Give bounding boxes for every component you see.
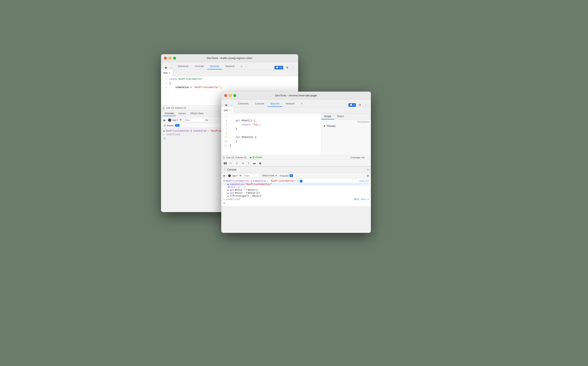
tab-network-1[interactable]: Network: [222, 64, 237, 69]
console-tab-console-1[interactable]: Console: [163, 111, 176, 116]
code-line-4: 4: [221, 114, 321, 119]
console-panel-header-2: ⋮ Console ✕: [221, 167, 371, 173]
close-button-2[interactable]: [224, 94, 227, 97]
code-line-7: 7 }: [221, 127, 321, 131]
stop-btn[interactable]: ◉: [258, 161, 262, 165]
undefined-vm-row: ← undefined VM52 test:1: [223, 197, 369, 201]
step-out-btn[interactable]: ⇧: [246, 161, 251, 165]
filter-input-2[interactable]: [243, 174, 260, 178]
eye-icon-2[interactable]: 👁: [239, 174, 242, 177]
close-file-tab-2[interactable]: ✕: [229, 109, 231, 111]
tab-more-1[interactable]: »: [238, 64, 245, 69]
code-line-10: 10 }: [221, 139, 321, 144]
filter-input-1[interactable]: [183, 118, 204, 122]
vm-link[interactable]: VM52 test:1: [354, 198, 369, 201]
titlebar-1: DevTools - drafts.csswg.org/css-color/: [161, 54, 298, 62]
messages-badge-1: 💬 21: [275, 66, 283, 69]
expand-set-icon[interactable]: ▶: [228, 192, 229, 194]
maximize-button-2[interactable]: [233, 94, 236, 97]
not-paused-label: Not paused: [321, 120, 371, 124]
file-tabs-row-1: test ✕: [161, 69, 298, 76]
step-into-btn[interactable]: ⇥: [240, 161, 245, 165]
close-console-btn-2[interactable]: ✕: [367, 168, 369, 171]
scope-tab[interactable]: Scope: [321, 114, 334, 119]
context-selector-2[interactable]: top ▼: [232, 175, 238, 177]
deactivate-btn[interactable]: ▬: [252, 161, 257, 165]
tab-sources-2[interactable]: Sources: [267, 101, 282, 107]
tab-elements-2[interactable]: Elements: [235, 101, 252, 107]
expand-get-icon[interactable]: ▶: [228, 189, 229, 191]
pause-btn[interactable]: ▮▮: [223, 161, 228, 165]
more-icon-2[interactable]: ⋮: [364, 103, 367, 107]
default-levels-btn[interactable]: Default levels ▼: [261, 174, 278, 177]
issues-badge-area-2: 4 Issues: 4: [280, 174, 293, 177]
inspect-icon-2[interactable]: ▶: [225, 103, 228, 107]
step-over-btn[interactable]: ⇣: [235, 161, 239, 165]
console-tab-issues-1[interactable]: Issues: [176, 111, 188, 116]
devtools-tabbar-1: ▶ ◽ Elements Console Sources Network » 💬…: [161, 62, 298, 69]
cursor-arrow-icon: ▶: [228, 183, 229, 186]
context-selector-1[interactable]: top ▼: [173, 119, 178, 121]
info-icon-2[interactable]: i: [300, 180, 303, 183]
play-icon-2[interactable]: ▶: [222, 174, 226, 178]
console-obj-expanded: ▼ HasPrivateGetter { someValue : 'HasPri…: [223, 179, 369, 183]
file-tab-1[interactable]: test ✕: [161, 69, 173, 76]
expand-icon-1[interactable]: ▶: [163, 130, 165, 132]
devtools-tabbar-2: ▶ ◽ Elements Console Sources Network » 💬…: [221, 99, 371, 107]
tab-more-2[interactable]: »: [298, 101, 305, 107]
debug-toolbar-2: ▮▮ ⤺ ⇣ ⇥ ⇧ ▬ ◉: [221, 160, 371, 166]
tab-network-2[interactable]: Network: [283, 101, 298, 107]
settings-icon-2[interactable]: ⚙: [358, 103, 362, 107]
get-test-line: ▶ get #test : f #test(): [223, 189, 369, 191]
prompt-line-2[interactable]: >: [223, 201, 369, 205]
minimize-button-2[interactable]: [229, 94, 232, 97]
toolbar-left-2: ▶ ◽: [223, 103, 235, 107]
tab-console-1[interactable]: Console: [192, 64, 207, 69]
issues-msg-badge-2: 4: [290, 174, 293, 177]
tab-elements-1[interactable]: Elements: [175, 64, 191, 69]
code-line-8: 8: [221, 131, 321, 135]
maximize-button-1[interactable]: [173, 57, 176, 60]
settings-icon-1[interactable]: ⚙: [285, 66, 289, 69]
traffic-lights-2: [224, 94, 236, 97]
threads-header: ▼ Threads: [321, 124, 371, 128]
run-area-2[interactable]: ▶ ⌘+Enter: [250, 156, 262, 159]
traffic-lights-1: [164, 57, 176, 60]
minimize-button-1[interactable]: [168, 57, 171, 60]
console-settings-icon-2[interactable]: ⚙: [366, 174, 370, 178]
panel-tabs-2: Scope Watch: [321, 114, 371, 120]
device-icon-1[interactable]: ◽: [169, 66, 173, 69]
play-icon-1[interactable]: ▶: [163, 118, 167, 122]
watch-tab[interactable]: Watch: [334, 114, 347, 119]
window-title-1: DevTools - drafts.csswg.org/css-color/: [207, 56, 252, 60]
curly-braces-icon-2: {}: [223, 156, 225, 159]
three-dots-icon-2[interactable]: ⋮: [223, 168, 226, 171]
issues-badge-1: 21: [175, 124, 180, 127]
console-output-2: ▼ HasPrivateGetter { someValue : 'HasPri…: [221, 179, 371, 206]
dropdown-arrow-1: ▼: [176, 119, 178, 121]
code-line-1: 1 class HasPrivateGetter: [161, 77, 298, 81]
file-tabs-row-2: test ✕: [221, 107, 371, 114]
device-icon-2[interactable]: ◽: [229, 103, 233, 107]
more-icon-1[interactable]: ⋮: [291, 66, 295, 69]
curly-braces-icon-1: {}: [163, 106, 165, 109]
close-button-1[interactable]: [164, 57, 167, 60]
chevron-down-icon-2[interactable]: ⌄: [367, 156, 369, 159]
test-line: #test : (...): [223, 186, 369, 189]
test-link[interactable]: test:13: [359, 180, 369, 182]
file-tab-2[interactable]: test ✕: [221, 107, 233, 114]
expand-proto-icon[interactable]: ▶: [228, 195, 229, 197]
status-position-1: Line 13, Column 13: [166, 107, 186, 109]
expand-icon-2[interactable]: ▼: [223, 180, 225, 182]
titlebar-2: DevTools - chrome://new-tab-page/: [221, 92, 371, 99]
eye-icon-1[interactable]: 👁: [179, 118, 182, 122]
block-icon-2[interactable]: ⚫: [228, 174, 231, 178]
tab-sources-1[interactable]: Sources: [207, 64, 222, 69]
block-icon-1[interactable]: ⚫: [168, 118, 171, 122]
console-tab-whatsnew-1[interactable]: What's New: [188, 111, 206, 116]
step-back-btn[interactable]: ⤺: [229, 161, 233, 165]
close-file-tab-1[interactable]: ✕: [169, 72, 170, 74]
right-panel-2: Scope Watch Not paused ▼ Threads: [321, 114, 371, 155]
inspect-icon-1[interactable]: ▶: [164, 66, 168, 69]
tab-console-2[interactable]: Console: [252, 101, 267, 107]
